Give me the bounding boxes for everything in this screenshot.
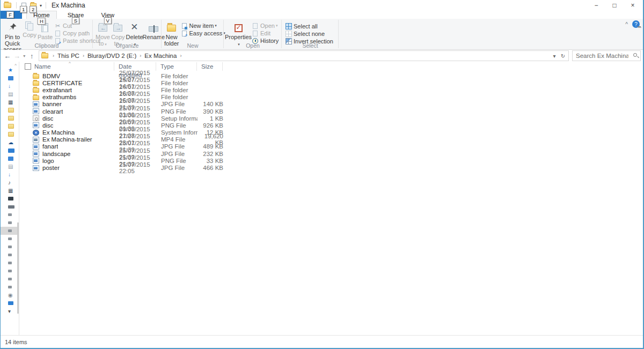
- nav-item-documents[interactable]: ▤: [1, 90, 19, 98]
- file-row[interactable]: landscape 25/07/2015 21:39 JPG File 232 …: [19, 150, 643, 157]
- new-item-button[interactable]: New item▾: [181, 22, 225, 29]
- file-row[interactable]: BDMV 25/07/2015 14:27 File folder: [19, 72, 643, 79]
- items-count: 14 items: [5, 339, 27, 345]
- nav-item-dvd-drive-7[interactable]: [1, 259, 19, 267]
- address-dropdown-icon[interactable]: ▾: [550, 53, 559, 59]
- file-type: PNG File: [157, 158, 197, 164]
- breadcrumb-drive[interactable]: Bluray/DVD 2 (E:): [86, 53, 137, 59]
- tab-file[interactable]: F: [1, 11, 22, 19]
- close-button[interactable]: ×: [624, 0, 642, 11]
- nav-item-dvd-drive-1[interactable]: [1, 211, 19, 219]
- file-row[interactable]: extrathumbs 26/07/2015 16:28 File folder: [19, 94, 643, 101]
- file-date-modified: 25/07/2015 22:05: [115, 161, 157, 174]
- qat-dropdown-icon[interactable]: ▾: [40, 3, 42, 8]
- select-all-button[interactable]: Select all: [285, 23, 333, 30]
- column-header-size[interactable]: Size: [197, 62, 223, 71]
- file-type: JPG File: [157, 101, 197, 107]
- breadcrumb-this-pc[interactable]: This PC: [56, 53, 80, 59]
- nav-item-pinned-folder-2[interactable]: [1, 114, 19, 122]
- minimize-button[interactable]: −: [587, 0, 605, 11]
- file-row[interactable]: banner 25/07/2015 21:39 JPG File 140 KB: [19, 101, 643, 108]
- forward-icon[interactable]: →: [12, 52, 22, 60]
- nav-item-dvd-drive-3[interactable]: [1, 227, 19, 235]
- select-all-checkbox[interactable]: [25, 63, 31, 70]
- nav-item-dvd-drive-10[interactable]: [1, 283, 19, 291]
- file-row[interactable]: logo 25/07/2015 21:39 PNG File 33 KB: [19, 157, 643, 164]
- nav-item-music[interactable]: ♪: [1, 179, 19, 187]
- search-icon[interactable]: [633, 53, 637, 57]
- column-header-type[interactable]: Type: [156, 62, 197, 71]
- file-row[interactable]: CERTIFICATE 25/07/2015 14:51 File folder: [19, 79, 643, 86]
- nav-item-pictures[interactable]: ▦: [1, 98, 19, 106]
- nav-item-desktop[interactable]: [1, 74, 19, 82]
- nav-item-pinned-folder-1[interactable]: [1, 106, 19, 114]
- nav-pane-items: ★↓▤▦☁▤↓♪▦◉▾: [1, 66, 19, 315]
- nav-item-local-disk[interactable]: [1, 203, 19, 211]
- up-icon[interactable]: ↑: [27, 52, 36, 60]
- nav-item-collapsed-item[interactable]: ▾: [1, 307, 19, 315]
- nav-item-network-pc[interactable]: [1, 299, 19, 307]
- file-type-icon: [33, 144, 39, 150]
- nav-item-onedrive[interactable]: ☁: [1, 138, 19, 146]
- main-area: ^ ★↓▤▦☁▤↓♪▦◉▾ Name Date modified Type Si…: [1, 62, 643, 335]
- tab-view[interactable]: View V: [94, 11, 121, 19]
- easy-access-icon: [181, 31, 188, 36]
- qat-properties-button[interactable]: 1: [19, 1, 28, 10]
- copy-to-icon: →: [113, 21, 122, 33]
- back-icon[interactable]: ←: [3, 52, 12, 60]
- file-row[interactable]: disc 25/07/2015 21:39 PNG File 926 KB: [19, 122, 643, 129]
- column-header-date[interactable]: Date modified: [114, 62, 156, 71]
- file-row[interactable]: disc 03/06/2015 20:59 Setup Information …: [19, 115, 643, 122]
- file-row[interactable]: poster 25/07/2015 22:05 JPG File 466 KB: [19, 164, 643, 171]
- file-row[interactable]: Ex Machina-trailer 27/07/2015 23:01 MP4 …: [19, 136, 643, 143]
- nav-item-downloads[interactable]: ↓: [1, 82, 19, 90]
- copy-button[interactable]: Copy: [23, 20, 36, 39]
- select-none-icon: [285, 31, 292, 37]
- nav-item-network[interactable]: ◉: [1, 291, 19, 299]
- open-button[interactable]: Open▾: [252, 22, 279, 29]
- maximize-button[interactable]: □: [605, 0, 624, 11]
- nav-item-videos[interactable]: [1, 195, 19, 203]
- copy-path-icon: [54, 31, 61, 36]
- edit-button[interactable]: Edit: [252, 29, 279, 37]
- nav-item-pinned-folder-4[interactable]: [1, 130, 19, 138]
- nav-item-dvd-drive-8[interactable]: [1, 267, 19, 275]
- nav-item-pinned-folder-3[interactable]: [1, 122, 19, 130]
- nav-item-desktop-2[interactable]: [1, 154, 19, 162]
- search-input[interactable]: [573, 51, 628, 60]
- qat-new-folder-button[interactable]: 2: [28, 1, 38, 10]
- nav-item-documents-2[interactable]: ▤: [1, 162, 19, 170]
- file-name: fanart: [42, 143, 58, 150]
- nav-item-dvd-drive-9[interactable]: [1, 275, 19, 283]
- nav-item-downloads-2[interactable]: ↓: [1, 170, 19, 179]
- nav-item-pictures-2[interactable]: ▦: [1, 187, 19, 195]
- file-name: banner: [42, 101, 62, 107]
- breadcrumb[interactable]: › This PC › Bluray/DVD 2 (E:) › Ex Machi…: [39, 50, 569, 61]
- rename-button[interactable]: Rename: [144, 20, 163, 41]
- file-row[interactable]: fanart 25/07/2015 21:39 JPG File 489 KB: [19, 143, 643, 150]
- tab-share[interactable]: Share S: [61, 11, 91, 19]
- easy-access-button[interactable]: Easy access▾: [181, 29, 225, 37]
- refresh-icon[interactable]: ↻: [559, 53, 567, 59]
- nav-item-dvd-drive-2[interactable]: [1, 219, 19, 227]
- file-row[interactable]: Ex Machina 09/08/2015 21:28 System Infor…: [19, 129, 643, 136]
- breadcrumb-folder[interactable]: Ex Machina: [143, 53, 178, 59]
- file-row[interactable]: clearart 25/07/2015 21:39 PNG File 390 K…: [19, 108, 643, 115]
- nav-item-this-pc[interactable]: [1, 146, 19, 154]
- nav-item-quick-access[interactable]: ★: [1, 66, 19, 74]
- select-none-button[interactable]: Select none: [285, 30, 333, 38]
- file-name: disc: [42, 115, 53, 122]
- nav-item-dvd-drive-4[interactable]: [1, 235, 19, 243]
- nav-item-dvd-drive-5[interactable]: [1, 243, 19, 251]
- file-type-icon: [33, 88, 39, 93]
- nav-item-dvd-drive-6[interactable]: [1, 251, 19, 259]
- keytip-1: 1: [20, 6, 27, 13]
- minimize-ribbon-icon[interactable]: ^: [625, 21, 628, 27]
- column-header-name[interactable]: Name: [34, 62, 114, 71]
- nav-pane-scrollbar[interactable]: [17, 222, 19, 314]
- file-rows: BDMV 25/07/2015 14:27 File folder CERTIF…: [19, 72, 643, 172]
- help-icon[interactable]: ?: [632, 20, 640, 28]
- recent-locations-icon[interactable]: ▾: [21, 54, 27, 58]
- file-row[interactable]: extrafanart 26/07/2015 16:28 File folder: [19, 86, 643, 93]
- file-type: JPG File: [157, 165, 197, 171]
